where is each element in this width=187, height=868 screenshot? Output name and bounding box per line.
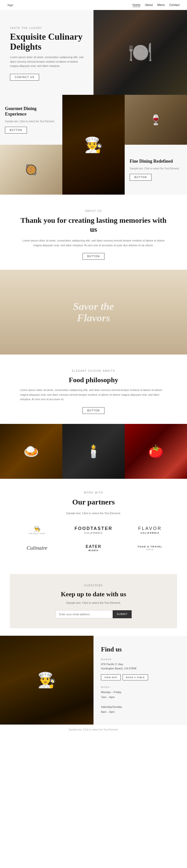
about-button[interactable]: Button xyxy=(83,253,104,260)
philosophy-title: Food philosophy xyxy=(20,376,167,384)
hours-weekday: Monday – Friday xyxy=(101,690,180,695)
partner-culinaire: Culinaire xyxy=(10,542,64,554)
partners-section: Work With Our partners Sample text. Clic… xyxy=(0,479,187,567)
partners-description: Sample text. Click to select the Text El… xyxy=(10,511,177,516)
navigation: logo Home About Menu Contact xyxy=(0,0,187,10)
find-us-buttons: View Map Book a Table xyxy=(101,674,180,680)
hero-subtitle: Taste the Luxury xyxy=(10,27,86,29)
nav-home[interactable]: Home xyxy=(132,3,141,7)
footer-text: Sample text. Click to select the Text El… xyxy=(7,728,180,731)
overlay-text-container: Savor theFlavors xyxy=(73,301,114,323)
hours-weekday-time: 7am – 6pm xyxy=(101,695,180,700)
hero-text: Taste the Luxury Exquisite Culinary Deli… xyxy=(0,10,94,95)
food-photo: 🥘 xyxy=(0,145,62,195)
subscribe-title: Keep up to date with us xyxy=(25,590,162,598)
book-table-button[interactable]: Book a Table xyxy=(123,674,148,680)
nav-about[interactable]: About xyxy=(145,3,153,7)
overlay-title: Savor theFlavors xyxy=(73,301,114,323)
hours-weekend: Saturday/Sunday xyxy=(101,705,180,710)
about-title: Thank you for creating lasting memories … xyxy=(20,216,167,234)
partners-label: Work With xyxy=(10,491,177,494)
partner-chef-logo: 👨‍🍳 The Best Chef xyxy=(28,526,45,534)
hero-cta-button[interactable]: Contact Us xyxy=(10,74,39,81)
about-section: About Us Thank you for creating lasting … xyxy=(0,195,187,270)
culinaire-logo: Culinaire xyxy=(27,545,48,551)
food-gallery-3: 🍅 xyxy=(125,424,187,479)
subscribe-section: Subscribe Keep up to date with us Sample… xyxy=(10,574,177,628)
nav-menu[interactable]: Menu xyxy=(157,3,165,7)
blurred-hero: Savor theFlavors xyxy=(0,270,187,354)
foodtaster-logo: FOODTASTER CALIFORNIA xyxy=(74,526,113,534)
logo: logo xyxy=(7,3,13,7)
partner-chef-name: The Best Chef xyxy=(28,533,45,534)
partner-foodtaster: FOODTASTER CALIFORNIA xyxy=(67,523,121,537)
eater-logo: EATER Middie xyxy=(86,545,101,552)
hero-image xyxy=(94,10,187,95)
find-us-image: 👨‍🍳 xyxy=(0,636,94,724)
about-description: Lorem ipsum dolor sit amet, consectetur … xyxy=(20,238,167,248)
hero-section: Taste the Luxury Exquisite Culinary Deli… xyxy=(0,10,187,95)
find-us-hours: Monday – Friday 7am – 6pm Saturday/Sunda… xyxy=(101,690,180,715)
hero-food-image xyxy=(94,10,187,95)
philosophy-button[interactable]: Button xyxy=(83,407,104,414)
find-us-address: 676 Pacific C HwyHuntington Beach, CA 07… xyxy=(101,662,180,671)
subscribe-form: Submit xyxy=(25,610,162,618)
food-gallery-row: 🍛 🕯️ 🍅 xyxy=(0,424,187,479)
philosophy-description: Lorem ipsum dolor sit amet, consectetur … xyxy=(20,388,167,402)
flavor-logo: FLAVOR CALIFORNIA xyxy=(138,526,162,534)
partner-chef: 👨‍🍳 The Best Chef xyxy=(10,523,64,537)
gallery-cell-1-button[interactable]: Button xyxy=(5,127,27,133)
philosophy-label: Elegant Cuisine Awaits xyxy=(20,370,167,372)
gallery-cell-2-button[interactable]: Button xyxy=(130,174,152,181)
subscribe-button[interactable]: Submit xyxy=(113,610,132,618)
philosophy-section: Elegant Cuisine Awaits Food philosophy L… xyxy=(0,354,187,424)
find-us-title: Find us xyxy=(101,646,180,653)
find-us-content: Find us Where 676 Pacific C HwyHuntingto… xyxy=(94,636,187,724)
find-us-section: 👨‍🍳 Find us Where 676 Pacific C HwyHunti… xyxy=(0,636,187,724)
about-label: About Us xyxy=(20,210,167,212)
nav-contact[interactable]: Contact xyxy=(169,3,180,7)
hero-title: Exquisite Culinary Delights xyxy=(10,32,86,52)
gallery-cell-2-desc: Sample text. Click to select the Text El… xyxy=(130,167,182,170)
gallery-cell-2: Fine Dining Redefined Sample text. Click… xyxy=(125,145,187,195)
restaurant-photo: 🍷 xyxy=(125,95,187,145)
gallery-grid: Gourmet Dining Experience Sample text. C… xyxy=(0,95,187,195)
hours-weekend-time: 8am – 6pm xyxy=(101,710,180,715)
view-map-button[interactable]: View Map xyxy=(101,674,121,680)
chef-photo: 🧑‍🍳 xyxy=(62,95,125,195)
email-input[interactable] xyxy=(55,610,113,618)
partners-grid: 👨‍🍳 The Best Chef FOODTASTER CALIFORNIA … xyxy=(10,523,177,554)
footer: Sample text. Click to select the Text El… xyxy=(0,724,187,735)
food-gallery-2: 🕯️ xyxy=(62,424,125,479)
hero-description: Lorem ipsum dolor sit amet, consectetur … xyxy=(10,55,86,68)
gallery-cell-1-desc: Sample text. Click to select the Text El… xyxy=(5,120,57,123)
chef-hat-icon: 👨‍🍳 xyxy=(34,526,40,532)
nav-links: Home About Menu Contact xyxy=(132,3,180,7)
food-gallery-1: 🍛 xyxy=(0,424,62,479)
partner-food-travel: FOOD & TRAVEL SINCE xyxy=(123,543,177,553)
food-travel-logo: FOOD & TRAVEL SINCE xyxy=(137,546,162,551)
subscribe-label: Subscribe xyxy=(25,584,162,587)
partner-flavor: FLAVOR CALIFORNIA xyxy=(123,523,177,537)
gallery-cell-1-title: Gourmet Dining Experience xyxy=(5,106,57,117)
partner-eater: EATER Middie xyxy=(67,542,121,554)
subscribe-description: Sample text. Click to select the Text El… xyxy=(25,600,162,605)
gallery-cell-1: Gourmet Dining Experience Sample text. C… xyxy=(0,95,62,145)
find-us-where-label: Where xyxy=(101,658,180,661)
find-us-when-label: When xyxy=(101,686,180,688)
partners-title: Our partners xyxy=(10,497,177,506)
gallery-cell-2-title: Fine Dining Redefined xyxy=(130,159,182,164)
